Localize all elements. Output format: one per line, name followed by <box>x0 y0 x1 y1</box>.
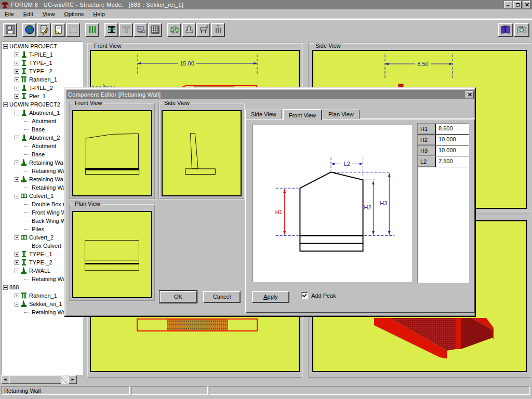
collapse-icon[interactable] <box>15 136 19 140</box>
preview-plan-drawing <box>73 212 151 297</box>
preview-plan-canvas[interactable] <box>72 211 152 298</box>
status-panel: Retaining Wall <box>1 386 130 395</box>
param-value-cell[interactable]: 8.600 <box>436 124 469 134</box>
tree-connector <box>24 221 30 221</box>
scroll-left-button[interactable]: ◄ <box>1 375 9 384</box>
application-window: FORUM 8 UC-win/RC - Structure Mode. [888… <box>0 0 532 399</box>
collapse-icon[interactable] <box>15 111 19 115</box>
i-beam-pier-button[interactable] <box>104 23 118 37</box>
world-view-button[interactable] <box>22 23 36 37</box>
tree-item[interactable]: Rahmen_1 <box>2 75 83 84</box>
tree-connector <box>24 212 30 213</box>
tree-item-label: Abutment <box>32 143 56 149</box>
camera-button[interactable] <box>514 23 529 37</box>
menu-options[interactable]: Options <box>59 10 88 18</box>
tree-horizontal-scrollbar[interactable]: ◄ ► <box>1 375 77 384</box>
pile-tool-button[interactable] <box>85 23 99 37</box>
param-value-cell[interactable]: 7.500 <box>436 156 469 167</box>
close-icon <box>525 3 529 7</box>
window-titlebar[interactable]: FORUM 8 UC-win/RC - Structure Mode. [888… <box>0 0 532 9</box>
dim-label-l2: L2 <box>344 161 350 167</box>
tree-item-label: Abutment_1 <box>29 110 60 116</box>
selection-marquee-icon <box>68 24 78 35</box>
add-peak-checkbox[interactable] <box>301 292 308 299</box>
collapse-icon[interactable] <box>3 102 8 107</box>
expand-icon[interactable] <box>15 61 19 65</box>
save-button[interactable] <box>3 23 17 37</box>
scroll-right-button[interactable]: ► <box>69 375 77 384</box>
world-view-icon <box>24 24 35 35</box>
tree-item[interactable]: T-PILE_1 <box>2 50 83 59</box>
collapse-icon[interactable] <box>15 177 19 182</box>
tree-connector <box>24 312 30 313</box>
scrollbar-thumb[interactable] <box>9 375 61 384</box>
ok-button[interactable]: OK <box>159 291 197 303</box>
collapse-icon[interactable] <box>15 302 19 307</box>
ibeam-icon <box>21 68 27 75</box>
tree-item-label: Box Culvert <box>32 243 61 249</box>
retaining-wall-tool-button[interactable] <box>182 23 196 37</box>
menu-view[interactable]: View <box>38 10 60 18</box>
collapse-icon[interactable] <box>3 44 8 49</box>
culvert-tool-button[interactable] <box>196 23 210 37</box>
new-document-icon <box>54 24 64 35</box>
tab-front-view[interactable]: Front View <box>283 109 322 120</box>
pile-group-button[interactable] <box>211 23 225 37</box>
collapse-icon[interactable] <box>15 269 19 273</box>
preview-front-canvas[interactable] <box>72 110 152 196</box>
front-dimension-value: 15.00 <box>180 60 194 66</box>
menu-help[interactable]: Help <box>88 10 110 18</box>
expand-icon[interactable] <box>15 294 19 298</box>
computer-button[interactable] <box>134 23 148 37</box>
cancel-button[interactable]: Cancel <box>203 291 241 303</box>
viewport-side-label: Side View <box>314 43 342 49</box>
menu-bar: FileEditViewOptionsHelp <box>0 9 532 19</box>
viewport-front-label: Front View <box>92 43 123 49</box>
tree-item[interactable]: TYPE-_1 <box>2 59 83 67</box>
collapse-icon[interactable] <box>15 194 19 198</box>
menu-file[interactable]: File <box>0 10 19 18</box>
computer-icon <box>136 24 146 35</box>
apply-button[interactable]: Apply <box>252 291 289 303</box>
dialog-close-button[interactable] <box>466 91 474 98</box>
dialog-titlebar[interactable]: Component Editor [Retaining Wall] <box>66 90 475 99</box>
close-button[interactable] <box>523 1 531 8</box>
tree-item[interactable]: UCWIN PROJECT <box>2 42 83 50</box>
expand-icon[interactable] <box>15 252 19 257</box>
menu-edit[interactable]: Edit <box>19 10 38 18</box>
param-name-cell: H3 <box>418 145 436 156</box>
grid-table-button[interactable] <box>148 23 162 37</box>
expand-icon[interactable] <box>15 94 19 99</box>
help-book-button[interactable] <box>498 23 513 37</box>
expand-icon[interactable] <box>15 260 19 265</box>
expand-icon[interactable] <box>15 52 19 57</box>
collapse-icon[interactable] <box>15 161 19 165</box>
maximize-button[interactable] <box>513 1 522 8</box>
scrollbar-track[interactable] <box>61 375 69 384</box>
minimize-button[interactable] <box>504 1 512 8</box>
t-pier-button[interactable] <box>119 23 133 37</box>
rahmen-icon <box>21 76 27 83</box>
selection-marquee-button[interactable] <box>66 23 80 37</box>
edit-document-button[interactable] <box>37 23 51 37</box>
expand-icon[interactable] <box>15 77 19 82</box>
frame-structure-button[interactable] <box>167 23 181 37</box>
tree-item-label: Abutment <box>32 118 56 124</box>
new-document-button[interactable] <box>51 23 65 37</box>
wall-icon <box>21 267 27 274</box>
expand-icon[interactable] <box>15 69 19 74</box>
tree-item[interactable]: TYPE-_2 <box>2 67 83 75</box>
param-value-cell[interactable]: 10.000 <box>436 145 469 156</box>
collapse-icon[interactable] <box>3 285 8 290</box>
parametric-drawing-area[interactable]: L2 H1 H2 H3 <box>252 125 412 282</box>
tab-plan-view[interactable]: Plan View <box>323 110 360 119</box>
preview-side-canvas[interactable] <box>162 110 242 196</box>
tree-item-label: TYPE-_1 <box>29 251 52 257</box>
view-tabs: Side ViewFront ViewPlan View <box>245 108 360 119</box>
expand-icon[interactable] <box>15 86 19 90</box>
tree-connector <box>24 204 30 205</box>
preview-side-label: Side View <box>163 100 191 107</box>
param-value-cell[interactable]: 10.000 <box>436 135 469 145</box>
tab-side-view[interactable]: Side View <box>245 110 282 119</box>
collapse-icon[interactable] <box>15 235 19 240</box>
